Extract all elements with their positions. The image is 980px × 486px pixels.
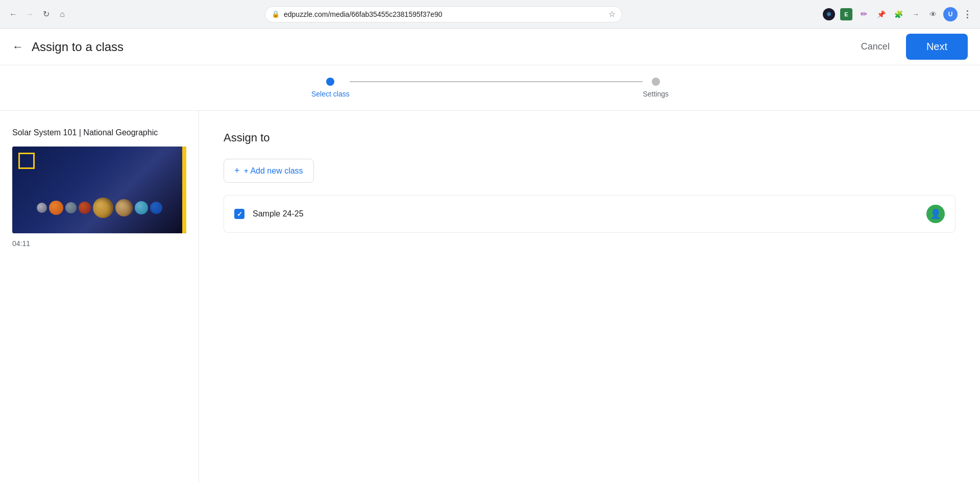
step-1-label: Select class (311, 90, 350, 98)
video-thumbnail (12, 147, 186, 233)
profile-avatar[interactable]: U (943, 7, 958, 21)
next-button[interactable]: Next (906, 34, 968, 60)
back-button[interactable]: ← (12, 40, 23, 54)
extensions-arrow-icon[interactable]: → (909, 7, 923, 21)
step-2: Settings (643, 78, 669, 98)
class-item-left: ✓ Sample 24-25 (234, 209, 304, 219)
extensions-snowflake-icon[interactable]: ❄ (822, 7, 836, 21)
main-layout: Solar System 101 | National Geographic (0, 111, 980, 482)
forward-button[interactable]: → (22, 7, 37, 21)
avatar-icon: 👤 (930, 208, 941, 220)
class-item[interactable]: ✓ Sample 24-25 👤 (224, 195, 955, 233)
nav-buttons: ← → ↻ ⌂ (6, 7, 69, 21)
planets-row (37, 198, 162, 218)
class-name: Sample 24-25 (253, 209, 304, 218)
class-avatar: 👤 (926, 205, 945, 223)
add-new-class-button[interactable]: + + Add new class (224, 159, 314, 183)
extensions-pencil-icon[interactable]: ✏ (856, 7, 871, 21)
header-right: Cancel Next (853, 34, 968, 60)
class-list: ✓ Sample 24-25 👤 (224, 195, 955, 233)
browser-chrome: ← → ↻ ⌂ 🔒 edpuzzle.com/media/66fab35455c… (0, 0, 980, 29)
lock-icon: 🔒 (272, 10, 280, 18)
header-left: ← Assign to a class (12, 40, 124, 54)
cancel-button[interactable]: Cancel (853, 37, 898, 56)
bookmark-button[interactable]: ☆ (608, 9, 616, 19)
step-1-dot (326, 78, 334, 86)
stepper: Select class Settings (311, 78, 669, 98)
step-1: Select class (311, 78, 350, 98)
content-area: Assign to + + Add new class ✓ Sample 24-… (199, 111, 980, 482)
address-bar[interactable]: 🔒 edpuzzle.com/media/66fab35455c2381595f… (265, 6, 622, 22)
class-checkbox[interactable]: ✓ (234, 209, 244, 219)
step-2-label: Settings (643, 90, 669, 98)
browser-toolbar: ❄ E ✏ 📌 🧩 → 👁 U ⋮ (822, 7, 974, 22)
extensions-pin-icon[interactable]: 📌 (874, 7, 888, 21)
screen-reader-icon[interactable]: 👁 (926, 7, 940, 21)
browser-menu-button[interactable]: ⋮ (961, 7, 974, 22)
yellow-stripe (182, 147, 186, 233)
back-button[interactable]: ← (6, 7, 20, 21)
video-title: Solar System 101 | National Geographic (12, 127, 186, 138)
step-2-dot (652, 78, 660, 86)
extensions-green-icon[interactable]: E (839, 7, 853, 21)
assign-to-title: Assign to (224, 131, 955, 144)
step-line (350, 81, 643, 82)
page-title: Assign to a class (32, 40, 124, 54)
app-header: ← Assign to a class Cancel Next (0, 29, 980, 65)
video-duration: 04:11 (12, 239, 186, 248)
url-text: edpuzzle.com/media/66fab35455c2381595f37… (284, 10, 604, 18)
plus-icon: + (234, 165, 240, 176)
video-sidebar: Solar System 101 | National Geographic (0, 111, 199, 482)
ng-logo (18, 153, 35, 169)
thumbnail-image (12, 147, 186, 233)
add-class-label: + Add new class (244, 166, 303, 176)
stepper-section: Select class Settings (0, 65, 980, 111)
extensions-puzzle-icon[interactable]: 🧩 (891, 7, 905, 21)
reload-button[interactable]: ↻ (39, 7, 53, 21)
home-button[interactable]: ⌂ (55, 7, 69, 21)
